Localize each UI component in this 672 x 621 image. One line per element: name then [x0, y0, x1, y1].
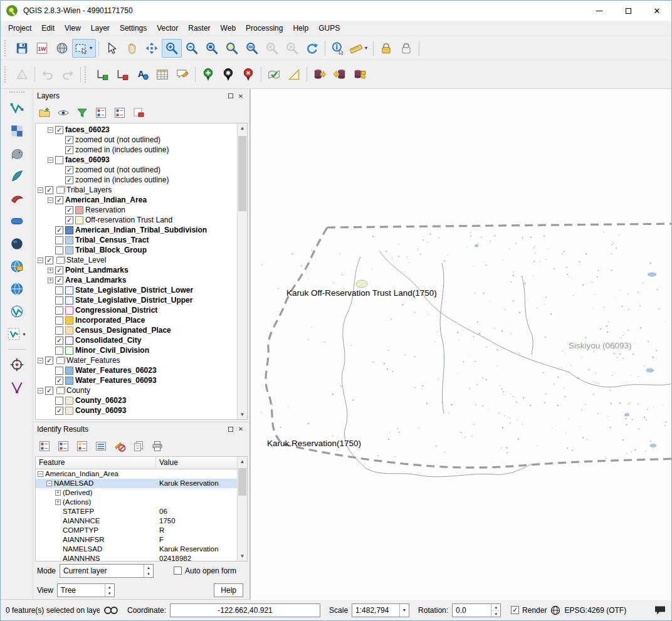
- map-canvas[interactable]: Karuk Off-Reservation Trust Land(1750) S…: [250, 89, 671, 599]
- identify-row[interactable]: −NAMELSADKaruk Reservation: [36, 479, 237, 488]
- layer-row[interactable]: −✓County: [36, 385, 237, 395]
- layer-row[interactable]: −faces_06093: [36, 155, 237, 165]
- filter-legend-button[interactable]: [73, 105, 91, 121]
- expand-icon[interactable]: +: [48, 268, 53, 273]
- menu-item-help[interactable]: Help: [288, 21, 313, 36]
- redo-button[interactable]: [58, 65, 78, 84]
- zoom-next-button[interactable]: [282, 39, 302, 58]
- identify-row[interactable]: NAMELSADKaruk Reservation: [36, 545, 237, 554]
- visibility-checkbox[interactable]: [55, 367, 63, 375]
- toolbar-grip[interactable]: [85, 66, 89, 83]
- save-button[interactable]: [12, 39, 32, 58]
- layer-row[interactable]: Incorporated_Place: [36, 315, 237, 325]
- tracking-icon[interactable]: [103, 605, 118, 615]
- label-button[interactable]: A: [132, 65, 152, 84]
- add-raster-layer-button[interactable]: [6, 121, 28, 141]
- spinner-icons[interactable]: ▲▼: [144, 565, 153, 577]
- layer-row[interactable]: Water_Features_06023: [36, 365, 237, 375]
- toolbar-grip[interactable]: [4, 66, 9, 83]
- expand-tree-button[interactable]: [36, 438, 53, 454]
- layer-row[interactable]: ✓American_Indian_Tribal_Subdivision: [36, 225, 237, 235]
- menu-item-project[interactable]: Project: [3, 21, 36, 36]
- marker-black-button[interactable]: [218, 65, 238, 84]
- pan-to-selection-button[interactable]: [142, 39, 162, 58]
- gps-tools-button[interactable]: [6, 355, 28, 375]
- advanced-digitizing-button[interactable]: [6, 377, 28, 397]
- layer-row[interactable]: +✓Point_Landmarks: [36, 265, 237, 275]
- expand-new-results-button[interactable]: [73, 438, 91, 454]
- zoom-in-button[interactable]: [162, 39, 182, 58]
- remove-layer-button[interactable]: [130, 105, 147, 121]
- close-panel-button[interactable]: ✕: [236, 425, 246, 434]
- expand-icon[interactable]: +: [55, 499, 61, 505]
- epsg-status[interactable]: EPSG:4269 (OTF): [564, 606, 626, 615]
- data-import-button[interactable]: [310, 65, 330, 84]
- add-mssql-layer-button[interactable]: [6, 189, 28, 209]
- add-db2-layer-button[interactable]: [6, 234, 28, 254]
- new-shapefile-button[interactable]: ▾: [6, 324, 28, 344]
- expand-all-button[interactable]: [92, 105, 110, 121]
- menu-item-raster[interactable]: Raster: [183, 21, 215, 36]
- clear-results-button[interactable]: [111, 438, 129, 454]
- collapse-icon[interactable]: −: [48, 157, 53, 163]
- mode-select[interactable]: Current layer ▲▼: [60, 564, 154, 578]
- layer-row[interactable]: −✓Water_Features: [36, 355, 237, 365]
- layer-row[interactable]: State_Legislative_District_Lower: [36, 285, 237, 295]
- identify-features-button[interactable]: [328, 39, 348, 58]
- scroll-up-icon[interactable]: ▲: [238, 457, 247, 466]
- visibility-checkbox[interactable]: ✓: [55, 226, 63, 234]
- float-panel-button[interactable]: [226, 91, 236, 100]
- data-transfer-button[interactable]: [350, 65, 370, 84]
- menu-item-gups[interactable]: GUPS: [313, 21, 345, 36]
- collapse-icon[interactable]: −: [38, 258, 43, 263]
- validate-map-button[interactable]: [264, 65, 284, 84]
- menu-item-web[interactable]: Web: [216, 21, 241, 36]
- marker-red-button[interactable]: [238, 65, 258, 84]
- add-spatialite-layer-button[interactable]: [6, 166, 28, 186]
- maximize-button[interactable]: [614, 1, 643, 21]
- layer-row[interactable]: −✓Tribal_Layers: [36, 185, 237, 195]
- unlock-button[interactable]: [396, 39, 416, 58]
- visibility-checkbox[interactable]: ✓: [55, 337, 63, 345]
- collapse-icon[interactable]: −: [48, 197, 53, 203]
- pan-button[interactable]: [122, 39, 142, 58]
- identify-row[interactable]: AIANNHFSRF: [36, 535, 237, 545]
- layer-row[interactable]: ✓zoomed out (not outlined): [36, 135, 237, 145]
- zoom-to-layer-button[interactable]: [242, 39, 262, 58]
- layers-scrollbar[interactable]: ▲ ▼: [237, 123, 247, 419]
- zoom-out-button[interactable]: [182, 39, 202, 58]
- visibility-checkbox[interactable]: [55, 296, 63, 305]
- manage-visibility-button[interactable]: [55, 105, 72, 121]
- view-select[interactable]: Tree ▲▼: [57, 583, 115, 597]
- chevron-down-icon[interactable]: ▾: [88, 45, 94, 51]
- add-postgis-layer-button[interactable]: [6, 144, 28, 164]
- add-wms-layer-button[interactable]: [6, 256, 28, 276]
- print-button[interactable]: [149, 438, 166, 454]
- node-green-button[interactable]: [92, 65, 112, 84]
- collapse-icon[interactable]: −: [48, 127, 53, 133]
- close-button[interactable]: ✕: [643, 1, 671, 21]
- identify-row[interactable]: +(Derived): [36, 488, 237, 498]
- expand-icon[interactable]: +: [55, 490, 61, 496]
- collapse-tree-button[interactable]: [55, 438, 72, 454]
- float-panel-button[interactable]: [226, 425, 236, 434]
- collapse-icon[interactable]: −: [46, 481, 52, 486]
- collapse-icon[interactable]: −: [38, 471, 43, 477]
- geometry-checker-button[interactable]: [284, 65, 304, 84]
- zoom-full-button[interactable]: [202, 39, 222, 58]
- toolbar-grip[interactable]: [9, 91, 24, 95]
- collapse-icon[interactable]: −: [38, 388, 43, 394]
- add-wfs-layer-button[interactable]: [6, 301, 28, 321]
- layer-row[interactable]: −✓State_Level: [36, 255, 237, 265]
- visibility-checkbox[interactable]: [55, 306, 63, 315]
- menu-item-vector[interactable]: Vector: [152, 21, 183, 36]
- measure-button[interactable]: ▾: [348, 39, 370, 58]
- visibility-checkbox[interactable]: ✓: [55, 276, 63, 284]
- collapse-icon[interactable]: −: [38, 358, 43, 363]
- visibility-checkbox[interactable]: ✓: [65, 166, 73, 174]
- scroll-down-icon[interactable]: ▼: [238, 410, 247, 419]
- add-vector-layer-button[interactable]: [6, 98, 28, 118]
- identify-row[interactable]: AIANNHCE1750: [36, 516, 237, 526]
- coordinate-input[interactable]: -122.662,40.921: [170, 603, 320, 617]
- undo-button[interactable]: [38, 65, 58, 84]
